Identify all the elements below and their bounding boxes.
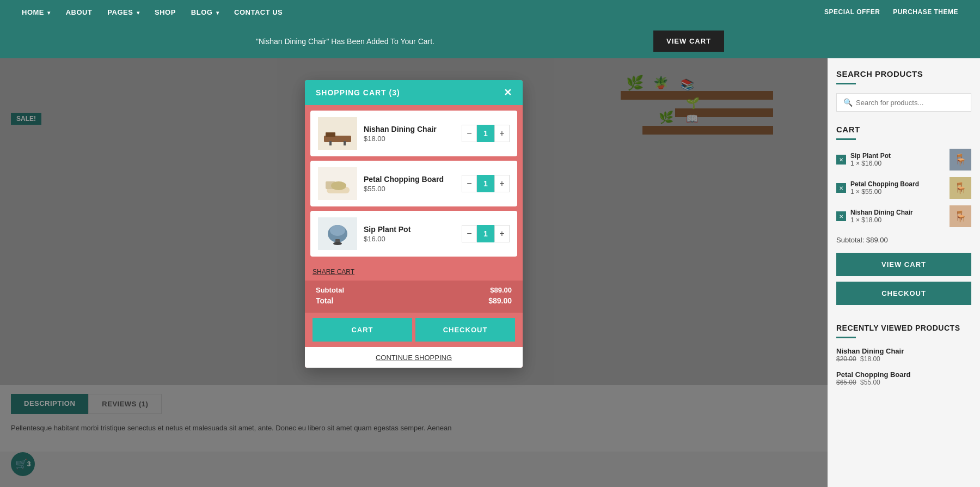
continue-shopping-link[interactable]: CONTINUE SHOPPING <box>376 354 452 362</box>
search-box[interactable]: 🔍 <box>836 93 971 112</box>
cart-modal-item-3: Sip Plant Pot $16.00 − 1 + <box>310 211 517 257</box>
sidebar-item-price-2: 1 × $55.00 <box>850 188 945 196</box>
sidebar-item-img-3: 🪑 <box>950 205 971 227</box>
search-products-title: SEARCH PRODUCTS <box>836 69 971 78</box>
main-content: SALE! 🌿 🪴 📚 🌱 🌿 📖 <box>0 58 828 487</box>
sidebar-item-name-2: Petal Chopping Board <box>850 180 945 188</box>
nav-item-contact[interactable]: CONTACT US <box>234 8 283 16</box>
nav-special-offer[interactable]: SPECIAL OFFER <box>824 8 880 16</box>
cart-sidebar-items: ✕ Sip Plant Pot 1 × $16.00 🪑 ✕ Petal Cho… <box>836 149 971 227</box>
nav-item-blog[interactable]: BLOG ▾ <box>191 8 219 16</box>
cart-sidebar-title: CART <box>836 125 971 134</box>
nav-item-about[interactable]: ABOUT <box>66 8 93 16</box>
qty-value-3: 1 <box>477 225 494 242</box>
recently-new-price-2: $55.00 <box>860 379 880 386</box>
modal-checkout-button[interactable]: CHECKOUT <box>415 318 515 342</box>
sidebar-cart-item-2: ✕ Petal Chopping Board 1 × $55.00 🪑 <box>836 177 971 199</box>
subtotal-label: Subtotal <box>316 286 344 294</box>
nav-left: HOME ▾ ABOUT PAGES ▾ SHOP BLOG ▾ CONTACT… <box>22 8 283 16</box>
item-info-3: Sip Plant Pot $16.00 <box>364 225 455 243</box>
svg-point-10 <box>333 242 342 245</box>
sidebar-item-price-1: 1 × $16.00 <box>850 160 945 167</box>
top-navigation: HOME ▾ ABOUT PAGES ▾ SHOP BLOG ▾ CONTACT… <box>0 0 980 24</box>
nav-item-shop[interactable]: SHOP <box>155 8 176 16</box>
nav-item-pages[interactable]: PAGES ▾ <box>107 8 139 16</box>
sidebar-item-name-1: Sip Plant Pot <box>850 152 945 160</box>
remove-item-3[interactable]: ✕ <box>836 211 846 221</box>
cart-title-underline <box>836 138 856 140</box>
svg-rect-1 <box>326 132 335 137</box>
qty-value-2: 1 <box>477 175 494 192</box>
search-title-underline <box>836 83 856 84</box>
cart-banner-text: "Nishan Dining Chair" Has Been Added To … <box>256 37 434 46</box>
sidebar-cart-item-1: ✕ Sip Plant Pot 1 × $16.00 🪑 <box>836 149 971 171</box>
qty-increase-3[interactable]: + <box>494 225 510 242</box>
sidebar-item-info-1: Sip Plant Pot 1 × $16.00 <box>850 152 945 167</box>
qty-decrease-2[interactable]: − <box>462 175 477 192</box>
qty-decrease-1[interactable]: − <box>462 125 477 142</box>
item-name-1: Nishan Dining Chair <box>364 125 455 133</box>
total-value: $89.00 <box>488 296 512 305</box>
modal-subtotal-area: Subtotal $89.00 Total $89.00 <box>305 281 523 313</box>
search-input[interactable] <box>856 99 964 107</box>
continue-shopping-area: CONTINUE SHOPPING <box>305 347 523 368</box>
total-label: Total <box>316 296 333 305</box>
recently-viewed-underline <box>836 337 856 338</box>
recently-viewed-item-1: Nishan Dining Chair $20.00 $18.00 <box>836 347 971 363</box>
svg-rect-3 <box>344 141 346 145</box>
recently-price-1: $20.00 $18.00 <box>836 355 971 363</box>
modal-close-button[interactable]: ✕ <box>504 88 512 98</box>
item-image-2 <box>318 167 357 200</box>
share-cart-link[interactable]: SHARE CART <box>313 268 354 276</box>
modal-action-buttons: CART CHECKOUT <box>305 313 523 347</box>
qty-controls-2: − 1 + <box>462 175 510 192</box>
sidebar-item-info-2: Petal Chopping Board 1 × $55.00 <box>850 180 945 196</box>
cart-banner: "Nishan Dining Chair" Has Been Added To … <box>0 24 980 58</box>
nav-purchase-theme[interactable]: PURCHASE THEME <box>893 8 958 16</box>
sidebar-item-img-1: 🪑 <box>950 149 971 171</box>
remove-item-1[interactable]: ✕ <box>836 155 846 165</box>
qty-decrease-3[interactable]: − <box>462 225 477 242</box>
sidebar-view-cart-button[interactable]: VIEW CART <box>836 253 971 276</box>
item-price-3: $16.00 <box>364 235 455 243</box>
qty-increase-2[interactable]: + <box>494 175 510 192</box>
modal-title: SHOPPING CART (3) <box>316 88 400 97</box>
remove-item-2[interactable]: ✕ <box>836 183 846 193</box>
nav-right: SPECIAL OFFER PURCHASE THEME <box>824 8 958 16</box>
sidebar-item-img-2: 🪑 <box>950 177 971 199</box>
cart-modal-item-2: Petal Chopping Board $55.00 − 1 + <box>310 161 517 206</box>
qty-controls-3: − 1 + <box>462 225 510 242</box>
sidebar-checkout-button[interactable]: CHECKOUT <box>836 282 971 305</box>
nav-item-home[interactable]: HOME ▾ <box>22 8 51 16</box>
modal-cart-button[interactable]: CART <box>313 318 412 342</box>
share-cart-area: SHARE CART <box>305 262 523 281</box>
svg-point-8 <box>330 225 345 236</box>
svg-point-6 <box>331 181 346 190</box>
item-info-2: Petal Chopping Board $55.00 <box>364 175 455 193</box>
right-sidebar: SEARCH PRODUCTS 🔍 CART ✕ Sip Plant Pot 1… <box>828 58 980 487</box>
item-image-3 <box>318 217 357 250</box>
sidebar-subtotal-text: Subtotal: $89.00 <box>836 236 971 244</box>
view-cart-banner-button[interactable]: VIEW CART <box>653 31 724 52</box>
page-wrapper: SALE! 🌿 🪴 📚 🌱 🌿 📖 <box>0 58 980 487</box>
qty-value-1: 1 <box>477 125 494 142</box>
search-icon: 🔍 <box>843 98 853 107</box>
recently-new-price-1: $18.00 <box>860 355 880 363</box>
svg-rect-2 <box>329 141 332 145</box>
recently-viewed-title: RECENTLY VIEWED PRODUCTS <box>836 324 971 332</box>
item-price-1: $18.00 <box>364 135 455 143</box>
sidebar-item-price-3: 1 × $18.00 <box>850 216 945 224</box>
item-info-1: Nishan Dining Chair $18.00 <box>364 125 455 143</box>
qty-increase-1[interactable]: + <box>494 125 510 142</box>
item-price-2: $55.00 <box>364 185 455 193</box>
modal-overlay[interactable]: SHOPPING CART (3) ✕ Nishan Dining Chair … <box>0 58 828 487</box>
sidebar-item-name-3: Nishan Dining Chair <box>850 209 945 216</box>
qty-controls-1: − 1 + <box>462 125 510 142</box>
item-image-1 <box>318 117 357 150</box>
recently-old-price-1: $20.00 <box>836 355 856 363</box>
recently-viewed-item-2: Petal Chopping Board $65.00 $55.00 <box>836 370 971 386</box>
recently-name-1: Nishan Dining Chair <box>836 347 971 355</box>
sidebar-item-info-3: Nishan Dining Chair 1 × $18.00 <box>850 209 945 224</box>
recently-price-2: $65.00 $55.00 <box>836 379 971 386</box>
recently-old-price-2: $65.00 <box>836 379 856 386</box>
